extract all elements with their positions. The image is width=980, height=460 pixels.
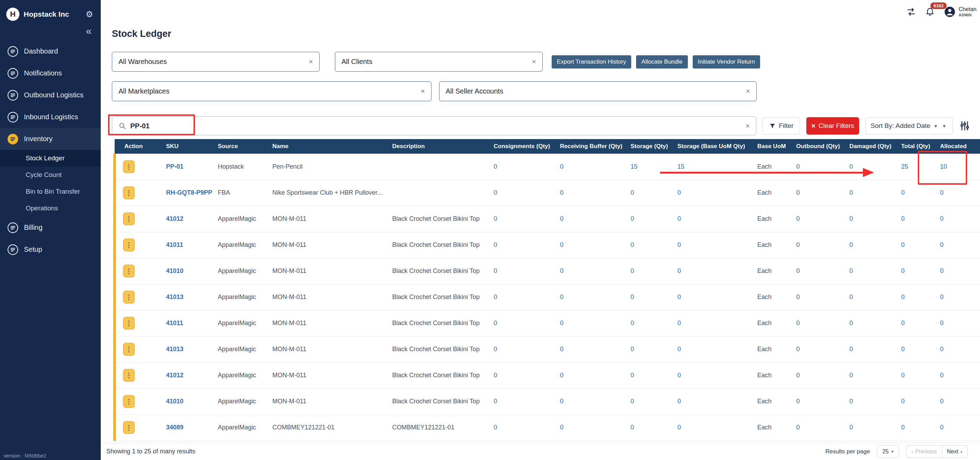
pagination-footer: Showing 1 to 25 of many results Results … [101, 442, 980, 460]
sidebar-collapse-button[interactable]: « [0, 21, 101, 36]
sidebar-item-dashboard[interactable]: Dashboard [0, 40, 101, 62]
storage-base-uom-qty-cell: 15 [678, 154, 757, 180]
warehouse-clear-icon[interactable]: × [309, 58, 313, 66]
user-menu[interactable]: Chetan ADMIN [944, 6, 977, 18]
sku-link[interactable]: 41010 [166, 267, 183, 274]
sku-cell: 41013 [166, 284, 218, 310]
row-actions-button[interactable]: ⋮ [123, 421, 135, 434]
notifications-bell[interactable]: 6162 [925, 6, 935, 18]
action-cell: ⋮ [115, 310, 166, 336]
sku-cell: 41011 [166, 310, 218, 336]
total-qty-cell: 0 [901, 232, 940, 258]
damaged-qty-cell: 0 [850, 336, 901, 362]
sidebar-subitem-operations[interactable]: Operations [0, 200, 101, 217]
row-actions-button[interactable]: ⋮ [123, 291, 135, 303]
marketplace-clear-icon[interactable]: × [421, 87, 425, 95]
source-cell: Hopstack [218, 154, 272, 180]
row-actions-button[interactable]: ⋮ [123, 369, 135, 382]
damaged-qty-cell: 0 [850, 414, 901, 441]
sidebar-subitem-bin-to-bin-transfer[interactable]: Bin to Bin Transfer [0, 183, 101, 200]
receiving-buffer-qty-cell: 0 [560, 388, 630, 414]
row-actions-button[interactable]: ⋮ [123, 343, 135, 356]
allocate-bundle-button[interactable]: Allocate Bundle [636, 55, 687, 69]
sku-link[interactable]: 41013 [166, 294, 183, 300]
damaged-qty-cell: 0 [850, 362, 901, 388]
sidebar-item-inbound-logistics[interactable]: Inbound Logistics [0, 106, 101, 128]
receiving-buffer-qty-cell: 0 [560, 414, 630, 441]
filter-button[interactable]: Filter [762, 117, 800, 134]
client-select[interactable]: All Clients × [335, 52, 542, 72]
kebab-menu-icon: ⋮ [126, 398, 132, 405]
action-cell: ⋮ [115, 414, 166, 441]
allocated-cell: 10 [940, 154, 980, 180]
column-header-base-uom: Base UoM [757, 139, 796, 154]
search-input[interactable] [130, 122, 734, 130]
seller-account-select-value: All Seller Accounts [446, 87, 503, 95]
next-page-button[interactable]: Next › [942, 446, 967, 458]
previous-page-button[interactable]: ‹ Previous [906, 446, 942, 458]
export-transaction-history-button[interactable]: Export Transaction History [552, 55, 631, 69]
row-actions-button[interactable]: ⋮ [123, 186, 135, 199]
sku-link[interactable]: 41012 [166, 372, 183, 379]
consignments-qty-cell: 0 [494, 258, 560, 284]
sku-link[interactable]: 41013 [166, 346, 183, 353]
clear-filters-button[interactable]: × Clear Filters [806, 117, 859, 134]
sku-link[interactable]: 41011 [166, 241, 183, 248]
row-actions-button[interactable]: ⋮ [123, 395, 135, 408]
search-clear-icon[interactable]: × [746, 122, 750, 130]
client-select-value: All Clients [342, 58, 372, 66]
sort-by-select[interactable]: Sort By: Added Date ▾ ▾ [865, 117, 953, 134]
seller-account-clear-icon[interactable]: × [746, 87, 750, 95]
name-cell: MON-M-011 [272, 310, 392, 336]
search-icon [118, 122, 126, 130]
storage-qty-cell: 0 [630, 336, 678, 362]
sku-cell: 41013 [166, 336, 218, 362]
seller-account-select[interactable]: All Seller Accounts × [439, 81, 757, 101]
action-cell: ⋮ [115, 388, 166, 414]
results-per-page-select[interactable]: 25 ▾ [877, 446, 899, 458]
action-cell: ⋮ [115, 206, 166, 232]
sku-link[interactable]: PP-01 [166, 163, 183, 170]
column-settings-sliders-icon[interactable] [959, 120, 970, 131]
sku-cell: RH-GQT8-P9PP [166, 180, 218, 206]
receiving-buffer-qty-cell: 0 [560, 232, 630, 258]
damaged-qty-cell: 0 [850, 180, 901, 206]
settings-gear-icon[interactable]: ⚙ [86, 10, 93, 19]
description-cell [392, 154, 494, 180]
sync-transactions-icon[interactable] [906, 7, 916, 17]
name-cell: MON-M-011 [272, 388, 392, 414]
storage-qty-cell: 0 [630, 362, 678, 388]
sidebar-item-billing[interactable]: Billing [0, 217, 101, 238]
sidebar-subitem-cycle-count[interactable]: Cycle Count [0, 166, 101, 183]
client-clear-icon[interactable]: × [532, 58, 536, 66]
kebab-menu-icon: ⋮ [126, 216, 132, 222]
initiate-vendor-return-button[interactable]: Initiate Vendor Return [693, 55, 760, 69]
sku-link[interactable]: 34089 [166, 424, 183, 431]
sidebar-item-setup[interactable]: Setup [0, 238, 101, 260]
sidebar-item-outbound-logistics[interactable]: Outbound Logistics [0, 84, 101, 106]
row-actions-button[interactable]: ⋮ [123, 238, 135, 251]
sidebar-subitem-stock-ledger[interactable]: Stock Ledger [0, 150, 101, 166]
marketplace-select[interactable]: All Marketplaces × [112, 81, 431, 101]
sku-link[interactable]: RH-GQT8-P9PP [166, 189, 212, 196]
storage-base-uom-qty-cell: 0 [678, 232, 757, 258]
sku-link[interactable]: 41010 [166, 398, 183, 405]
description-cell: Black Crochet Corset Bikini Top [392, 284, 494, 310]
row-actions-button[interactable]: ⋮ [123, 160, 135, 173]
sku-link[interactable]: 41011 [166, 319, 183, 326]
row-actions-button[interactable]: ⋮ [123, 317, 135, 330]
sidebar-item-inventory[interactable]: Inventory [0, 128, 101, 150]
row-actions-button[interactable]: ⋮ [123, 265, 135, 278]
sidebar-item-notifications[interactable]: Notifications [0, 62, 101, 84]
kebab-menu-icon: ⋮ [126, 163, 132, 170]
search-box: × [112, 117, 756, 135]
sku-link[interactable]: 41012 [166, 215, 183, 222]
source-cell: ApparelMagic [218, 206, 272, 232]
table-row: ⋮ 41013 ApparelMagic MON-M-011 Black Cro… [115, 336, 980, 362]
row-actions-button[interactable]: ⋮ [123, 212, 135, 225]
outbound-qty-cell: 0 [796, 180, 850, 206]
warehouse-select[interactable]: All Warehouses × [112, 52, 320, 72]
kebab-menu-icon: ⋮ [126, 346, 132, 353]
stock-ledger-table: ActionSKUSourceNameDescriptionConsignmen… [113, 139, 980, 441]
source-cell: ApparelMagic [218, 336, 272, 362]
